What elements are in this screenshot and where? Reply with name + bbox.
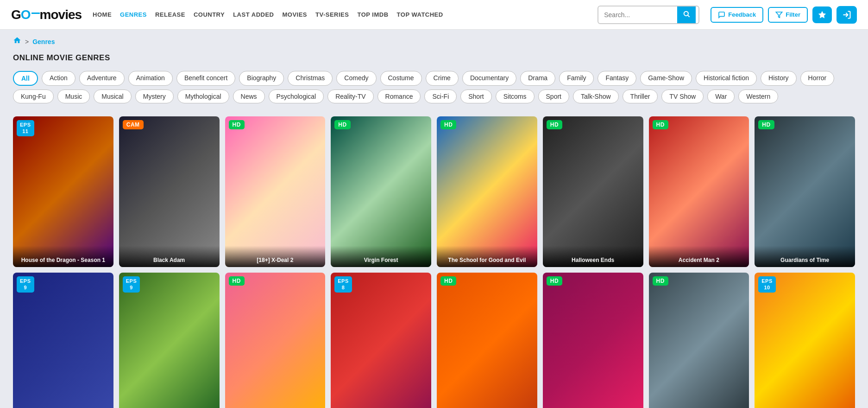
- movie-card[interactable]: HD: [649, 273, 749, 408]
- nav-tv-series[interactable]: TV-SERIES: [315, 11, 349, 18]
- movie-badge: HD: [334, 120, 350, 129]
- logo-o: O: [21, 7, 31, 22]
- genre-tag[interactable]: Drama: [520, 71, 555, 86]
- movie-badge: HD: [440, 276, 456, 286]
- movie-badge: HD: [653, 120, 668, 129]
- nav-genres[interactable]: GENRES: [120, 11, 147, 18]
- genre-tag[interactable]: Mythological: [177, 89, 229, 103]
- movie-title: Black Adam: [119, 246, 220, 267]
- movie-card[interactable]: HDThe School for Good and Evil: [437, 116, 537, 267]
- nav-home[interactable]: HOME: [93, 11, 112, 18]
- nav-top-imdb[interactable]: TOP IMDB: [357, 11, 388, 18]
- movie-title: Halloween Ends: [543, 246, 643, 267]
- genre-tag[interactable]: Family: [559, 71, 594, 86]
- movie-card[interactable]: HDHalloween Ends: [543, 116, 643, 267]
- genre-tag[interactable]: Biography: [239, 71, 284, 86]
- movie-badge: EPS 10: [758, 276, 776, 293]
- movie-title: Virgin Forest: [331, 246, 431, 267]
- logo[interactable]: GOmovies: [11, 7, 82, 22]
- genre-tag[interactable]: Short: [460, 89, 491, 103]
- movie-card[interactable]: HDGuardians of Time: [755, 116, 855, 267]
- genre-tag[interactable]: All: [13, 71, 38, 86]
- movie-card[interactable]: EPS 10: [755, 273, 855, 408]
- movie-card[interactable]: EPS 9: [13, 273, 113, 408]
- feedback-button[interactable]: Feedback: [711, 7, 763, 23]
- genre-tag[interactable]: TV Show: [661, 89, 704, 103]
- genre-tag[interactable]: Musical: [94, 89, 131, 103]
- movie-card[interactable]: EPS 11House of the Dragon - Season 1: [13, 116, 113, 267]
- genre-tag[interactable]: Christmas: [288, 71, 333, 86]
- search-box: [598, 6, 699, 24]
- genre-tag[interactable]: Horror: [800, 71, 835, 86]
- genre-tag[interactable]: Mystery: [135, 89, 174, 103]
- genre-tag[interactable]: Fantasy: [598, 71, 636, 86]
- logo-go: G: [11, 7, 21, 22]
- movie-card[interactable]: HDVirgin Forest: [331, 116, 431, 267]
- genre-tag[interactable]: Game-Show: [640, 71, 692, 86]
- movie-card[interactable]: HD: [225, 273, 326, 408]
- genre-tag[interactable]: Talk-Show: [573, 89, 619, 103]
- home-icon[interactable]: [13, 36, 21, 47]
- movie-badge: HD: [440, 120, 456, 129]
- feedback-label: Feedback: [728, 11, 756, 18]
- genre-tag[interactable]: Psychological: [269, 89, 324, 103]
- movies-grid-row2: EPS 9EPS 9HDEPS 8HDHDHDEPS 10: [13, 273, 855, 408]
- genre-tag[interactable]: Action: [42, 71, 75, 86]
- movie-badge: HD: [229, 120, 245, 129]
- genre-tag[interactable]: Kung-Fu: [13, 89, 54, 103]
- genre-tag[interactable]: Historical fiction: [696, 71, 757, 86]
- genre-tag[interactable]: Animation: [128, 71, 173, 86]
- genre-tag[interactable]: Music: [57, 89, 90, 103]
- filter-label: Filter: [786, 11, 800, 18]
- main-nav: HOME GENRES RELEASE COUNTRY LAST ADDED M…: [93, 11, 586, 18]
- genre-tag[interactable]: Sport: [538, 89, 569, 103]
- genre-tags: AllActionAdventureAnimationBenefit conce…: [13, 71, 855, 103]
- genre-tag[interactable]: Comedy: [336, 71, 376, 86]
- movie-card[interactable]: CAMBlack Adam: [119, 116, 220, 267]
- login-button[interactable]: [837, 6, 857, 24]
- header: GOmovies HOME GENRES RELEASE COUNTRY LAS…: [0, 0, 868, 30]
- nav-last-added[interactable]: LAST ADDED: [233, 11, 274, 18]
- movie-card[interactable]: HD: [437, 273, 537, 408]
- main-content: ONLINE MOVIE GENRES AllActionAdventureAn…: [0, 49, 868, 408]
- genre-tag[interactable]: Romance: [377, 89, 421, 103]
- search-input[interactable]: [598, 8, 677, 22]
- movie-card[interactable]: HD[18+] X-Deal 2: [225, 116, 326, 267]
- movie-card[interactable]: HDAccident Man 2: [649, 116, 749, 267]
- movie-title: [18+] X-Deal 2: [225, 246, 326, 267]
- genre-tag[interactable]: Crime: [426, 71, 459, 86]
- genre-tag[interactable]: News: [233, 89, 265, 103]
- search-button[interactable]: [677, 6, 696, 23]
- movie-badge: HD: [229, 276, 245, 286]
- logo-dash-container: [31, 7, 40, 22]
- nav-movies[interactable]: MOVIES: [282, 11, 307, 18]
- genre-tag[interactable]: Sitcoms: [496, 89, 535, 103]
- genre-tag[interactable]: Documentary: [462, 71, 516, 86]
- genre-tag[interactable]: Adventure: [79, 71, 125, 86]
- nav-country[interactable]: COUNTRY: [194, 11, 225, 18]
- genre-tag[interactable]: Costume: [380, 71, 422, 86]
- movie-badge: HD: [653, 276, 668, 286]
- movie-title: Accident Man 2: [649, 246, 749, 267]
- nav-release[interactable]: RELEASE: [155, 11, 185, 18]
- movie-card[interactable]: EPS 8: [331, 273, 431, 408]
- genre-tag[interactable]: Benefit concert: [176, 71, 235, 86]
- breadcrumb: > Genres: [0, 30, 868, 49]
- genre-tag[interactable]: Thriller: [623, 89, 658, 103]
- genre-tag[interactable]: History: [761, 71, 797, 86]
- movie-card[interactable]: HD: [543, 273, 643, 408]
- movie-title: Guardians of Time: [755, 246, 855, 267]
- movies-grid-row1: EPS 11House of the Dragon - Season 1CAMB…: [13, 116, 855, 267]
- svg-marker-2: [776, 12, 782, 18]
- genre-tag[interactable]: Western: [738, 89, 778, 103]
- genre-tag[interactable]: Sci-Fi: [424, 89, 457, 103]
- nav-top-watched[interactable]: TOP WATCHED: [397, 11, 443, 18]
- movie-badge: EPS 8: [334, 276, 352, 293]
- genre-tag[interactable]: War: [707, 89, 735, 103]
- star-button[interactable]: [812, 6, 832, 23]
- movie-badge: HD: [758, 120, 774, 129]
- genre-tag[interactable]: Reality-TV: [327, 89, 373, 103]
- filter-button[interactable]: Filter: [768, 7, 808, 23]
- movie-card[interactable]: EPS 9: [119, 273, 220, 408]
- breadcrumb-separator: >: [25, 38, 29, 45]
